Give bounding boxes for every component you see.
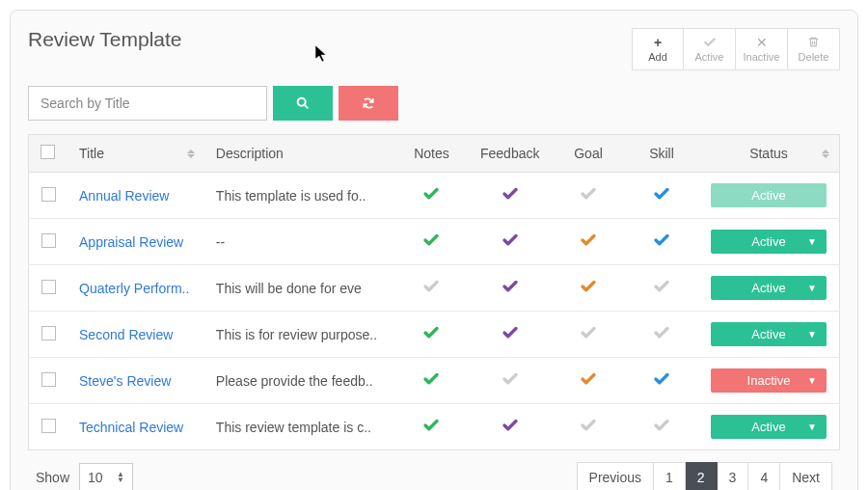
svg-point-0 xyxy=(298,98,306,106)
check-icon xyxy=(422,417,440,434)
check-icon xyxy=(502,324,519,341)
caret-down-icon: ▼ xyxy=(807,375,817,386)
header-title[interactable]: Title xyxy=(68,135,204,173)
plus-icon: + xyxy=(654,36,662,49)
x-icon: ✕ xyxy=(756,36,768,49)
row-title-link[interactable]: Appraisal Review xyxy=(79,234,183,250)
stepper-icon: ▲▼ xyxy=(117,472,124,483)
page-title: Review Template xyxy=(28,28,182,51)
search-button[interactable] xyxy=(273,86,333,121)
header-status-label: Status xyxy=(749,146,788,161)
check-icon xyxy=(653,278,670,295)
table-row: Annual ReviewThis template is used fo..A… xyxy=(29,173,840,219)
sort-icon xyxy=(187,148,195,159)
reset-button[interactable] xyxy=(339,86,398,121)
show-label: Show xyxy=(36,470,69,485)
header-title-label: Title xyxy=(79,146,104,161)
page-size-select[interactable]: 10 ▲▼ xyxy=(79,463,133,490)
check-icon xyxy=(580,417,597,434)
header-description: Description xyxy=(204,135,395,173)
row-description: Please provide the feedb.. xyxy=(204,358,395,404)
table-row: Quaterly Perform..This will be done for … xyxy=(29,265,840,312)
check-icon xyxy=(502,231,519,249)
caret-down-icon: ▼ xyxy=(807,236,817,247)
header-skill: Skill xyxy=(625,135,698,173)
row-checkbox[interactable] xyxy=(41,233,56,248)
table-row: Steve's ReviewPlease provide the feedb..… xyxy=(29,358,840,404)
trash-icon xyxy=(807,36,820,49)
check-icon xyxy=(653,185,670,203)
caret-down-icon: ▼ xyxy=(807,329,817,340)
row-title-link[interactable]: Second Review xyxy=(79,327,173,342)
refresh-icon xyxy=(362,96,375,110)
page-size-value: 10 xyxy=(88,470,103,485)
search-icon xyxy=(295,95,311,111)
row-checkbox[interactable] xyxy=(41,187,56,202)
row-checkbox[interactable] xyxy=(41,280,56,294)
inactive-button[interactable]: ✕ Inactive xyxy=(736,28,788,70)
pagination-page[interactable]: 3 xyxy=(718,462,749,490)
status-badge[interactable]: Active xyxy=(711,183,827,207)
active-button[interactable]: Active xyxy=(684,28,736,70)
check-icon xyxy=(653,417,670,434)
row-description: This will be done for eve xyxy=(204,265,395,312)
header-status[interactable]: Status xyxy=(698,135,840,173)
add-label: Add xyxy=(648,51,667,63)
check-icon xyxy=(580,324,597,341)
check-icon xyxy=(502,370,519,388)
row-checkbox[interactable] xyxy=(41,326,56,340)
header-goal: Goal xyxy=(552,135,625,173)
delete-label: Delete xyxy=(799,51,829,63)
check-icon xyxy=(653,231,670,249)
review-table: Title Description Notes Feedback Goal Sk… xyxy=(28,134,840,450)
check-icon xyxy=(422,278,440,295)
caret-down-icon: ▼ xyxy=(807,422,817,432)
action-toolbar: + Add Active ✕ Inactive Delete xyxy=(632,28,840,70)
row-description: This is for review purpose.. xyxy=(204,312,395,358)
check-icon xyxy=(502,278,519,295)
check-icon xyxy=(580,231,597,249)
row-checkbox[interactable] xyxy=(41,419,56,433)
row-description: This review template is c.. xyxy=(204,404,395,450)
row-title-link[interactable]: Steve's Review xyxy=(79,373,171,389)
pagination-previous[interactable]: Previous xyxy=(577,462,654,490)
pagination-next[interactable]: Next xyxy=(780,462,832,490)
check-icon xyxy=(653,324,670,341)
status-badge[interactable]: Active▼ xyxy=(711,322,827,346)
status-badge[interactable]: Active▼ xyxy=(711,415,827,439)
check-icon xyxy=(580,185,597,203)
check-icon xyxy=(422,231,440,249)
row-title-link[interactable]: Technical Review xyxy=(79,420,183,435)
inactive-label: Inactive xyxy=(744,51,780,63)
header-notes: Notes xyxy=(394,135,468,173)
select-all-checkbox[interactable] xyxy=(41,145,55,159)
active-label: Active xyxy=(695,51,724,63)
add-button[interactable]: + Add xyxy=(632,28,684,70)
caret-down-icon: ▼ xyxy=(807,283,817,293)
row-title-link[interactable]: Quaterly Perform.. xyxy=(79,281,189,296)
check-icon xyxy=(422,185,440,203)
status-badge[interactable]: Inactive▼ xyxy=(711,368,827,393)
table-row: Technical ReviewThis review template is … xyxy=(29,404,840,450)
check-icon xyxy=(580,278,597,295)
header-feedback: Feedback xyxy=(468,135,552,173)
sort-icon xyxy=(822,148,829,159)
check-icon xyxy=(703,36,717,49)
status-badge[interactable]: Active▼ xyxy=(711,276,827,300)
check-icon xyxy=(422,324,440,341)
row-title-link[interactable]: Annual Review xyxy=(79,188,169,204)
table-row: Second ReviewThis is for review purpose.… xyxy=(29,312,840,358)
search-input[interactable] xyxy=(28,86,267,121)
delete-button[interactable]: Delete xyxy=(788,28,840,70)
pagination-page[interactable]: 4 xyxy=(748,462,780,490)
row-checkbox[interactable] xyxy=(41,372,56,387)
row-description: -- xyxy=(204,219,395,265)
pagination-page[interactable]: 2 xyxy=(686,462,718,490)
check-icon xyxy=(502,417,519,434)
pagination: Previous1234Next xyxy=(577,462,832,490)
status-badge[interactable]: Active▼ xyxy=(711,230,827,254)
pagination-page[interactable]: 1 xyxy=(654,462,686,490)
header-checkbox-col xyxy=(29,135,68,173)
check-icon xyxy=(502,185,519,203)
table-row: Appraisal Review--Active▼ xyxy=(29,219,840,265)
